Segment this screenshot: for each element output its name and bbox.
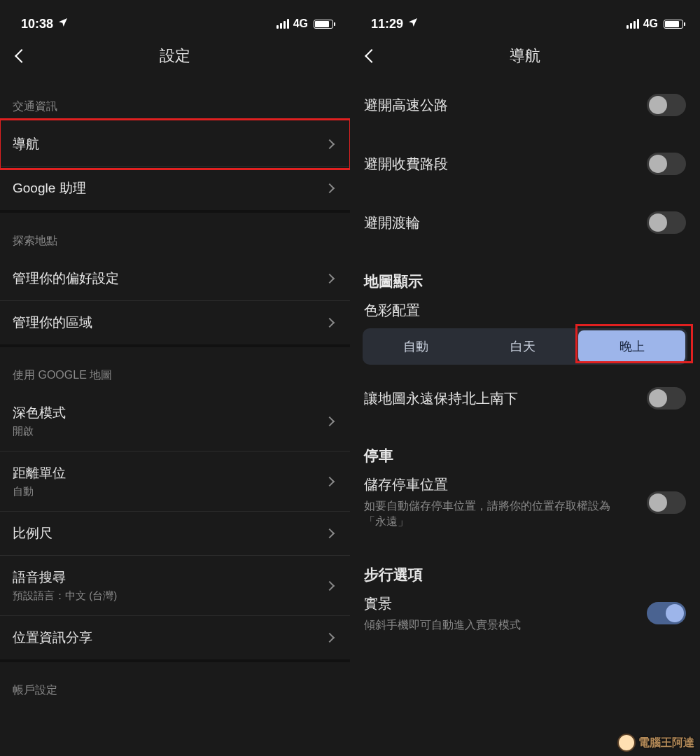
- section-header-traffic: 交通資訊: [0, 76, 350, 122]
- row-google-assistant[interactable]: Google 助理: [0, 166, 350, 210]
- row-sublabel: 如要自動儲存停車位置，請將你的位置存取權設為「永遠」: [364, 498, 616, 530]
- toggle-avoid-highway[interactable]: [647, 94, 686, 116]
- network-label: 4G: [293, 18, 308, 30]
- row-label: 深色模式: [13, 404, 66, 422]
- navbar: 導航: [350, 36, 700, 76]
- row-label: 位置資訊分享: [13, 629, 92, 647]
- chevron-right-icon: [325, 318, 335, 328]
- status-time: 11:29: [371, 17, 403, 31]
- row-label: 實景: [364, 594, 521, 613]
- watermark: 電腦王阿達: [617, 734, 694, 752]
- battery-icon: [664, 20, 683, 29]
- section-header-using-maps: 使用 GOOGLE 地圖: [0, 344, 350, 391]
- page-title: 設定: [0, 46, 350, 66]
- row-save-parking: 儲存停車位置 如要自動儲存停車位置，請將你的位置存取權設為「永遠」: [350, 475, 700, 545]
- location-arrow-icon: [57, 17, 69, 31]
- row-label: 避開渡輪: [364, 214, 420, 232]
- watermark-text: 電腦王阿達: [638, 736, 694, 750]
- row-label: Google 助理: [13, 179, 86, 197]
- chevron-right-icon: [325, 139, 335, 149]
- signal-icon: [626, 19, 639, 29]
- row-label: 讓地圖永遠保持北上南下: [364, 389, 518, 408]
- row-label: 語音搜尋: [13, 568, 117, 587]
- toggle-avoid-toll[interactable]: [647, 153, 686, 175]
- chevron-right-icon: [325, 476, 335, 486]
- section-parking: 停車: [350, 426, 700, 475]
- seg-day[interactable]: 白天: [470, 328, 577, 365]
- toggle-live-view[interactable]: [647, 602, 686, 624]
- screenshot-left: 10:38 4G 設定 交通資訊 導航 Google 助理 探索地點 管理你的偏…: [0, 0, 350, 756]
- row-sublabel: 開啟: [13, 425, 66, 438]
- status-bar: 10:38 4G: [0, 0, 350, 36]
- row-avoid-highway: 避開高速公路: [350, 76, 700, 134]
- row-avoid-ferry: 避開渡輪: [350, 193, 700, 252]
- screenshot-right: 11:29 4G 導航 避開高速公路 避開收費路段 避開渡輪 地圖顯示 色彩配置…: [350, 0, 700, 756]
- battery-icon: [314, 20, 333, 29]
- row-sublabel: 傾斜手機即可自動進入實景模式: [364, 617, 521, 633]
- chevron-right-icon: [325, 633, 335, 643]
- row-scale[interactable]: 比例尺: [0, 511, 350, 555]
- row-label: 比例尺: [13, 524, 52, 542]
- row-label: 避開高速公路: [364, 96, 448, 115]
- row-navigation[interactable]: 導航: [0, 122, 350, 166]
- section-header-explore: 探索地點: [0, 210, 350, 257]
- section-map-display: 地圖顯示: [350, 252, 700, 301]
- chevron-right-icon: [325, 580, 335, 590]
- toggle-keep-north[interactable]: [647, 387, 686, 410]
- row-label: 管理你的偏好設定: [13, 270, 119, 288]
- chevron-right-icon: [325, 416, 335, 426]
- row-avoid-toll: 避開收費路段: [350, 134, 700, 193]
- page-title: 導航: [350, 46, 700, 66]
- row-areas[interactable]: 管理你的區域: [0, 300, 350, 344]
- row-keep-north: 讓地圖永遠保持北上南下: [350, 370, 700, 426]
- navbar: 設定: [0, 36, 350, 76]
- row-label: 儲存停車位置: [364, 475, 616, 494]
- seg-auto[interactable]: 自動: [363, 328, 470, 365]
- row-dark-mode[interactable]: 深色模式 開啟: [0, 391, 350, 451]
- row-label: 管理你的區域: [13, 314, 92, 332]
- status-bar: 11:29 4G: [350, 0, 700, 36]
- section-walking: 步行選項: [350, 545, 700, 594]
- chevron-right-icon: [325, 183, 335, 193]
- toggle-avoid-ferry[interactable]: [647, 211, 686, 234]
- segmented-color-scheme: 自動 白天 晚上: [363, 328, 687, 365]
- row-preferences[interactable]: 管理你的偏好設定: [0, 257, 350, 300]
- row-label: 導航: [13, 135, 39, 153]
- row-live-view: 實景 傾斜手機即可自動進入實景模式: [350, 594, 700, 648]
- row-voice-search[interactable]: 語音搜尋 預設語言：中文 (台灣): [0, 555, 350, 615]
- row-label: 避開收費路段: [364, 155, 448, 174]
- color-scheme-label: 色彩配置: [350, 301, 700, 328]
- seg-night[interactable]: 晚上: [578, 330, 685, 363]
- chevron-right-icon: [325, 528, 335, 538]
- row-sublabel: 自動: [13, 485, 66, 498]
- network-label: 4G: [643, 18, 658, 30]
- status-time: 10:38: [21, 17, 53, 31]
- row-sublabel: 預設語言：中文 (台灣): [13, 589, 117, 603]
- signal-icon: [276, 19, 289, 29]
- row-distance-units[interactable]: 距離單位 自動: [0, 451, 350, 511]
- location-arrow-icon: [407, 17, 419, 31]
- toggle-save-parking[interactable]: [647, 491, 686, 514]
- section-header-account: 帳戶設定: [0, 659, 350, 698]
- chevron-right-icon: [325, 274, 335, 284]
- row-label: 距離單位: [13, 464, 66, 482]
- avatar-icon: [617, 734, 636, 752]
- row-location-sharing[interactable]: 位置資訊分享: [0, 615, 350, 659]
